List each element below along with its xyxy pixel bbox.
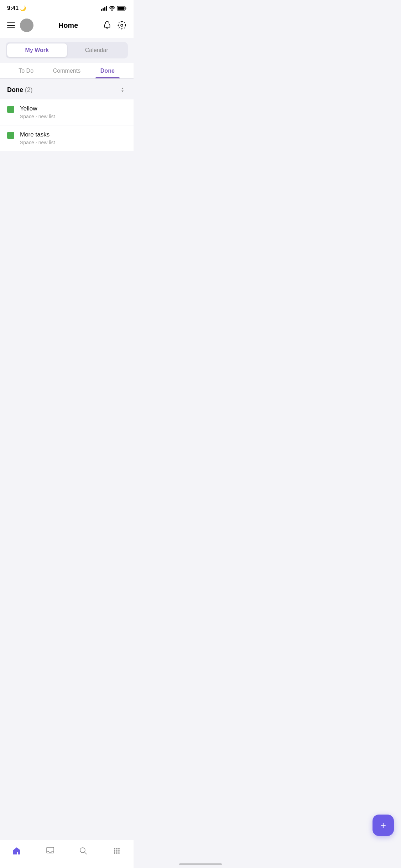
task-list: Yellow Space › new list More tasks Space…	[0, 99, 134, 151]
tab-comments[interactable]: Comments	[46, 63, 87, 78]
moon-icon: 🌙	[20, 5, 26, 11]
table-row[interactable]: More tasks Space › new list	[0, 125, 134, 151]
task-checkbox-2[interactable]	[7, 132, 14, 139]
task-name-2: More tasks	[20, 131, 126, 138]
task-breadcrumb-1: Space › new list	[20, 114, 126, 119]
avatar[interactable]	[20, 19, 33, 32]
section-title: Done	[7, 86, 23, 93]
table-row[interactable]: Yellow Space › new list	[0, 99, 134, 125]
task-name-1: Yellow	[20, 105, 126, 112]
sort-button[interactable]	[119, 86, 126, 94]
svg-rect-2	[118, 7, 125, 10]
svg-point-3	[121, 24, 123, 26]
task-content-2: More tasks Space › new list	[20, 131, 126, 145]
status-icons	[101, 6, 127, 11]
tab-done[interactable]: Done	[87, 63, 128, 78]
menu-button[interactable]	[7, 22, 15, 28]
tab-todo[interactable]: To Do	[6, 63, 46, 78]
section-count: (2)	[25, 86, 32, 93]
section-title-group: Done (2)	[7, 86, 32, 94]
status-bar: 9:41 🌙	[0, 0, 134, 14]
battery-icon	[117, 6, 126, 11]
svg-rect-1	[126, 7, 126, 9]
page-title: Home	[58, 21, 78, 30]
task-content-1: Yellow Space › new list	[20, 105, 126, 119]
chevron-icon: ›	[36, 140, 37, 145]
sub-tabs: To Do Comments Done	[0, 63, 134, 79]
settings-icon[interactable]	[117, 21, 126, 30]
segment-calendar[interactable]: Calendar	[67, 43, 127, 57]
segment-my-work[interactable]: My Work	[7, 43, 67, 57]
header-actions	[103, 21, 126, 30]
task-breadcrumb-2: Space › new list	[20, 140, 126, 145]
status-time: 9:41 🌙	[7, 5, 26, 11]
content-area: Done (2) Yellow Space › new list	[0, 79, 134, 151]
time-display: 9:41	[7, 5, 19, 11]
task-checkbox-1[interactable]	[7, 106, 14, 113]
wifi-icon	[109, 6, 115, 11]
chevron-icon: ›	[36, 114, 37, 119]
notification-icon[interactable]	[103, 21, 111, 30]
header: Home	[0, 14, 134, 38]
done-section-header: Done (2)	[0, 79, 134, 99]
segment-control: My Work Calendar	[6, 42, 128, 58]
signal-icon	[101, 6, 107, 11]
